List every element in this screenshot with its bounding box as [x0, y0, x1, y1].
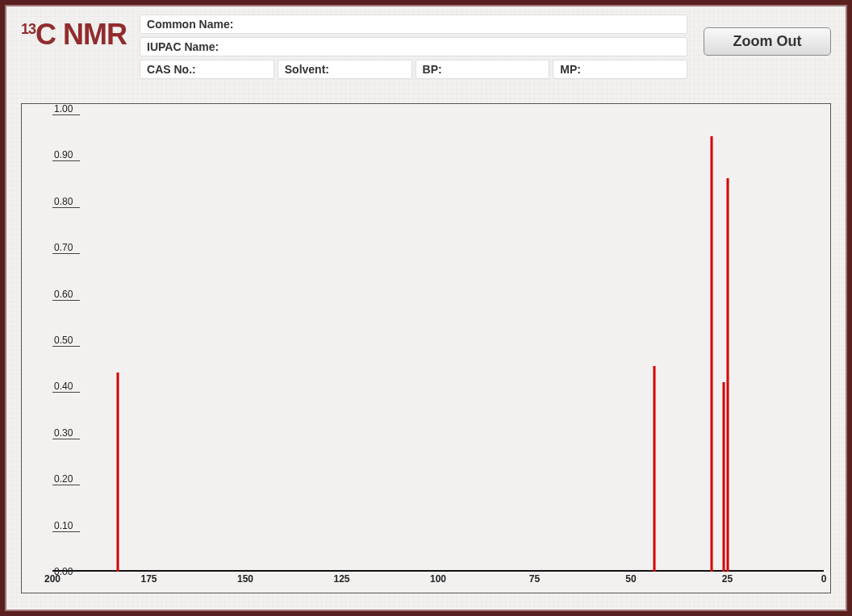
y-tick-label: 1.00 — [54, 103, 81, 114]
common-name-field[interactable]: Common Name: — [140, 15, 687, 34]
y-tick-label: 0.50 — [54, 335, 81, 346]
nmr-peak — [711, 136, 713, 572]
nmr-peak — [726, 178, 729, 572]
nmr-text: C NMR — [36, 18, 127, 51]
chart-baseline — [52, 570, 824, 572]
y-tick-label: 0.70 — [54, 242, 81, 253]
common-name-label: Common Name: — [147, 18, 233, 31]
iupac-name-field[interactable]: IUPAC Name: — [140, 37, 687, 56]
y-tick-label: 0.90 — [54, 149, 81, 160]
nmr-peak — [722, 382, 725, 572]
y-tick-label: 0.20 — [54, 473, 81, 485]
mp-field[interactable]: MP: — [553, 60, 687, 79]
bp-field[interactable]: BP: — [416, 60, 550, 79]
x-tick-label: 25 — [722, 573, 733, 585]
bp-label: BP: — [423, 63, 442, 76]
x-tick-label: 0 — [821, 573, 827, 585]
zoom-out-button[interactable]: Zoom Out — [704, 27, 831, 56]
y-tick-label: 0.80 — [54, 196, 81, 207]
mp-label: MP: — [560, 63, 581, 76]
x-tick-label: 200 — [44, 573, 61, 585]
nmr-logo: 13C NMR — [18, 15, 133, 52]
nmr-peak — [653, 366, 655, 572]
cas-label: CAS No.: — [147, 63, 196, 76]
isotope-number: 13 — [21, 21, 36, 37]
solvent-label: Solvent: — [285, 63, 329, 76]
x-tick-label: 150 — [237, 573, 253, 585]
nmr-chart[interactable]: 0.000.100.200.300.400.500.600.700.800.90… — [21, 103, 831, 593]
x-tick-label: 75 — [529, 573, 540, 585]
y-tick-label: 0.60 — [54, 289, 81, 300]
cas-field[interactable]: CAS No.: — [140, 60, 274, 79]
x-tick-label: 50 — [625, 573, 636, 585]
solvent-field[interactable]: Solvent: — [278, 60, 412, 79]
x-tick-label: 175 — [140, 573, 157, 585]
x-tick-label: 125 — [333, 573, 349, 585]
x-tick-label: 100 — [430, 573, 446, 585]
y-tick-label: 0.30 — [54, 427, 81, 439]
y-tick-label: 0.10 — [54, 520, 81, 531]
y-tick-label: 0.40 — [54, 381, 81, 392]
nmr-peak — [117, 373, 119, 572]
iupac-name-label: IUPAC Name: — [147, 40, 219, 53]
